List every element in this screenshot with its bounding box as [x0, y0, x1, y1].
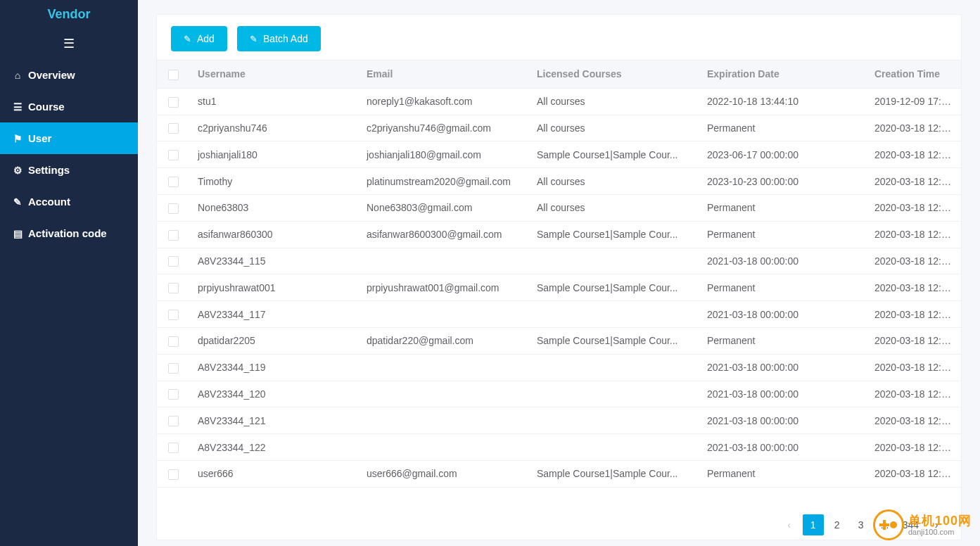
- row-checkbox-cell: [157, 141, 189, 168]
- table-row[interactable]: prpiyushrawat001prpiyushrawat001@gmail.c…: [157, 274, 961, 301]
- cell-username: A8V23344_120: [189, 381, 358, 407]
- cell-licensed: All courses: [528, 88, 699, 115]
- pager-prev[interactable]: ‹: [779, 514, 800, 535]
- cell-email: [358, 354, 528, 381]
- pagination: ‹123...344›: [157, 510, 961, 540]
- cell-expiration: 2023-06-17 00:00:00: [699, 141, 866, 168]
- row-checkbox-cell: [157, 221, 189, 248]
- row-checkbox[interactable]: [168, 363, 179, 374]
- cell-username: A8V23344_119: [189, 354, 358, 381]
- table-row[interactable]: A8V23344_1222021-03-18 00:00:002020-03-1…: [157, 434, 961, 461]
- sidebar-item-account[interactable]: ✎Account: [0, 186, 138, 217]
- cell-licensed: Sample Course1|Sample Cour...: [528, 460, 699, 487]
- table-row[interactable]: joshianjali180joshianjali180@gmail.comSa…: [157, 141, 961, 168]
- toolbar: ✎ Add ✎ Batch Add: [157, 15, 961, 60]
- cell-creation: 2020-03-18 12:51:06: [866, 248, 961, 274]
- cell-email: user666@gmail.com: [358, 460, 528, 487]
- cell-email: [358, 407, 528, 434]
- table-row[interactable]: dpatidar2205dpatidar220@gmail.comSample …: [157, 327, 961, 354]
- row-checkbox[interactable]: [168, 469, 179, 480]
- brand-title: Vendor: [0, 0, 138, 28]
- select-all-checkbox[interactable]: [168, 70, 179, 80]
- cell-licensed: All courses: [528, 115, 699, 141]
- table-row[interactable]: user666user666@gmail.comSample Course1|S…: [157, 460, 961, 487]
- pager-next[interactable]: ›: [926, 514, 947, 535]
- batch-add-button[interactable]: ✎ Batch Add: [237, 26, 321, 51]
- add-button[interactable]: ✎ Add: [171, 26, 227, 51]
- row-checkbox[interactable]: [168, 443, 179, 453]
- row-checkbox[interactable]: [168, 97, 179, 108]
- cell-username: asifanwar860300: [189, 221, 358, 248]
- cell-username: dpatidar2205: [189, 327, 358, 354]
- row-checkbox[interactable]: [168, 336, 179, 347]
- row-checkbox[interactable]: [168, 150, 179, 160]
- cell-email: platinumstream2020@gmail.com: [358, 168, 528, 195]
- pager-ellipsis[interactable]: ...: [874, 514, 896, 535]
- row-checkbox-cell: [157, 248, 189, 274]
- row-checkbox[interactable]: [168, 256, 179, 267]
- table-row[interactable]: stu1noreply1@kakasoft.comAll courses2022…: [157, 88, 961, 115]
- hamburger-icon[interactable]: ☰: [0, 28, 138, 59]
- cell-creation: 2020-03-18 12:51:06: [866, 327, 961, 354]
- sidebar-item-settings[interactable]: ⚙Settings: [0, 154, 138, 186]
- sidebar-item-label: Overview: [28, 69, 75, 81]
- edit-icon: ✎: [250, 34, 257, 44]
- sidebar: Vendor ☰ ⌂Overview☰Course⚑User⚙Settings✎…: [0, 0, 138, 546]
- sidebar-item-overview[interactable]: ⌂Overview: [0, 59, 138, 91]
- cell-licensed: [528, 354, 699, 381]
- cell-creation: 2020-03-18 12:50:46: [866, 115, 961, 141]
- pager-page-2[interactable]: 2: [827, 514, 848, 535]
- cell-email: prpiyushrawat001@gmail.com: [358, 274, 528, 301]
- sidebar-item-label: Course: [28, 101, 65, 113]
- table-row[interactable]: A8V23344_1202021-03-18 00:00:002020-03-1…: [157, 381, 961, 407]
- pager-page-1[interactable]: 1: [803, 514, 824, 535]
- row-checkbox[interactable]: [168, 230, 179, 241]
- table-row[interactable]: A8V23344_1212021-03-18 00:00:002020-03-1…: [157, 407, 961, 434]
- header-username[interactable]: Username: [189, 61, 358, 89]
- cell-creation: 2020-03-18 12:51:06: [866, 460, 961, 487]
- cell-expiration: Permanent: [699, 221, 866, 248]
- table-row[interactable]: c2priyanshu746c2priyanshu746@gmail.comAl…: [157, 115, 961, 141]
- row-checkbox-cell: [157, 460, 189, 487]
- row-checkbox-cell: [157, 327, 189, 354]
- row-checkbox[interactable]: [168, 283, 179, 293]
- table-row[interactable]: Timothyplatinumstream2020@gmail.comAll c…: [157, 168, 961, 195]
- pager-page-3[interactable]: 3: [851, 514, 872, 535]
- sidebar-item-course[interactable]: ☰Course: [0, 91, 138, 122]
- header-licensed[interactable]: Licensed Courses: [528, 61, 699, 89]
- row-checkbox-cell: [157, 301, 189, 328]
- table-row[interactable]: asifanwar860300asifanwar8600300@gmail.co…: [157, 221, 961, 248]
- main-content: ✎ Add ✎ Batch Add: [138, 0, 980, 546]
- row-checkbox-cell: [157, 434, 189, 461]
- pager-page-last[interactable]: 344: [898, 514, 923, 535]
- header-email[interactable]: Email: [358, 61, 528, 89]
- row-checkbox[interactable]: [168, 416, 179, 426]
- row-checkbox[interactable]: [168, 177, 179, 187]
- sidebar-item-user[interactable]: ⚑User: [0, 122, 138, 154]
- cell-licensed: Sample Course1|Sample Cour...: [528, 221, 699, 248]
- cell-creation: 2019-12-09 17:09:39: [866, 88, 961, 115]
- table-row[interactable]: None63803None63803@gmail.comAll coursesP…: [157, 194, 961, 221]
- table-row[interactable]: A8V23344_1172021-03-18 00:00:002020-03-1…: [157, 301, 961, 328]
- row-checkbox-cell: [157, 88, 189, 115]
- row-checkbox[interactable]: [168, 389, 179, 400]
- row-checkbox[interactable]: [168, 203, 179, 214]
- cell-username: A8V23344_122: [189, 434, 358, 461]
- row-checkbox[interactable]: [168, 310, 179, 320]
- cell-email: [358, 434, 528, 461]
- cell-username: prpiyushrawat001: [189, 274, 358, 301]
- table-row[interactable]: A8V23344_1192021-03-18 00:00:002020-03-1…: [157, 354, 961, 381]
- header-expiration[interactable]: Expiration Date: [699, 61, 866, 89]
- header-creation[interactable]: Creation Time: [866, 61, 961, 89]
- home-icon: ⌂: [11, 70, 24, 81]
- table-header-row: Username Email Licensed Courses Expirati…: [157, 61, 961, 89]
- cell-expiration: 2022-10-18 13:44:10: [699, 88, 866, 115]
- cell-email: joshianjali180@gmail.com: [358, 141, 528, 168]
- row-checkbox[interactable]: [168, 123, 179, 134]
- cell-email: asifanwar8600300@gmail.com: [358, 221, 528, 248]
- table-row[interactable]: A8V23344_1152021-03-18 00:00:002020-03-1…: [157, 248, 961, 274]
- row-checkbox-cell: [157, 168, 189, 195]
- sidebar-item-activation-code[interactable]: ▤Activation code: [0, 217, 138, 249]
- cell-expiration: Permanent: [699, 274, 866, 301]
- cell-email: dpatidar220@gmail.com: [358, 327, 528, 354]
